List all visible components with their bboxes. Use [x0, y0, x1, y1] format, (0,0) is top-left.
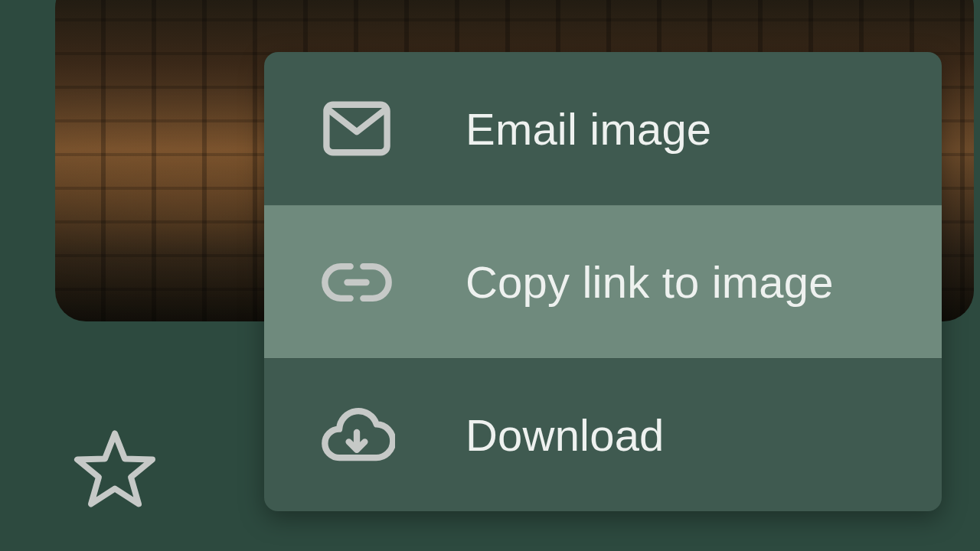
menu-item-label: Copy link to image [466, 256, 834, 308]
mail-icon [316, 89, 397, 169]
cloud-download-icon [316, 395, 397, 475]
context-menu: Email image Copy link to image Download [264, 52, 942, 511]
menu-item-label: Email image [466, 103, 711, 155]
menu-item-email[interactable]: Email image [264, 52, 942, 205]
star-icon[interactable] [69, 424, 161, 516]
menu-item-copy-link[interactable]: Copy link to image [264, 205, 942, 358]
menu-item-label: Download [466, 409, 665, 461]
menu-item-download[interactable]: Download [264, 358, 942, 511]
link-icon [316, 242, 397, 322]
